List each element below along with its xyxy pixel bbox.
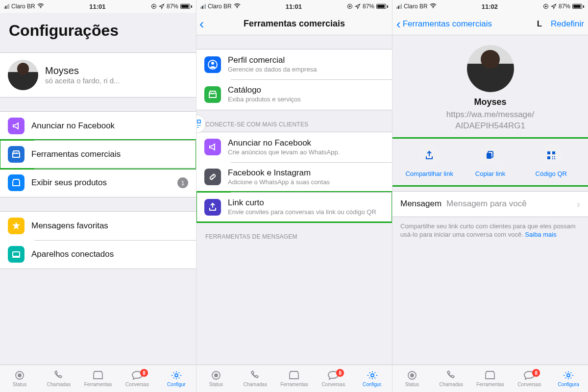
- svg-point-5: [18, 374, 21, 377]
- row-perfil-comercial[interactable]: Perfil comercial Gerencie os dados da em…: [196, 49, 392, 79]
- svg-point-21: [433, 7, 434, 8]
- tab-conversas[interactable]: 8Conversas: [314, 370, 353, 387]
- tab-label: Configur.: [363, 382, 382, 387]
- battery-icon: [572, 4, 584, 9]
- row-favoritas[interactable]: Mensagens favoritas: [0, 212, 196, 240]
- tab-chamadas[interactable]: Chamadas: [432, 370, 471, 387]
- tab-chamadas[interactable]: Chamadas: [236, 370, 275, 387]
- svg-rect-32: [554, 158, 555, 159]
- tab-label: Ferramentas: [280, 382, 308, 387]
- storefront-outline-icon: [8, 174, 24, 191]
- row-sub: Crie anúncios que levam ao WhatsApp.: [228, 148, 384, 156]
- svg-point-17: [211, 62, 214, 65]
- tab-label: Status: [13, 382, 26, 387]
- row-exibir-produtos[interactable]: Exibir seus produtos 1: [0, 169, 196, 197]
- row-facebook-instagram[interactable]: Facebook e Instagram Adicione o WhatsApp…: [196, 162, 392, 192]
- row-link-curto[interactable]: Link curto Envie convites para conversas…: [196, 192, 392, 222]
- qr-icon: [539, 144, 563, 167]
- carrier-label: Claro BR: [208, 3, 232, 10]
- tab-ferramentas[interactable]: Ferramentas: [471, 370, 510, 387]
- tabbar: Status Chamadas Ferramentas 8Conversas C…: [392, 365, 588, 392]
- reset-button[interactable]: Redefinir: [551, 13, 584, 35]
- tab-chamadas[interactable]: Chamadas: [39, 370, 78, 387]
- badge: 8: [336, 369, 344, 377]
- row-sub: Adicione o WhatsApp à suas contas: [228, 178, 384, 186]
- row-sub: Exiba produtos e serviços: [228, 96, 384, 103]
- person-circle-icon: [204, 56, 221, 73]
- row-aparelhos[interactable]: Aparelhos conectados: [0, 240, 196, 269]
- time-label: 11:02: [482, 3, 498, 10]
- svg-rect-27: [552, 151, 555, 154]
- orientation-lock-icon: [347, 3, 353, 9]
- wifi-icon: [234, 3, 241, 10]
- panel-settings: Claro BR 11:01 87% Configurações Moyses …: [0, 0, 196, 392]
- battery-pct-label: 87%: [363, 3, 374, 10]
- profile-name: Moyses: [45, 65, 188, 76]
- copy-link-button[interactable]: Copiar link: [460, 144, 520, 177]
- svg-point-19: [215, 374, 218, 377]
- tab-status[interactable]: Status: [392, 370, 432, 387]
- share-link-button[interactable]: Compartilhar link: [399, 144, 459, 177]
- tab-ferramentas[interactable]: Ferramentas: [275, 370, 314, 387]
- row-label: Anunciar no Facebook: [31, 121, 188, 131]
- svg-point-34: [411, 374, 414, 377]
- tab-conversas[interactable]: 8Conversas: [510, 370, 549, 387]
- tab-status[interactable]: Status: [196, 370, 236, 387]
- back-label: Ferramentas comerciais: [403, 19, 492, 29]
- location-icon: [551, 3, 557, 9]
- tab-label: Status: [405, 382, 419, 387]
- signal-icon: [396, 4, 402, 9]
- tab-config[interactable]: Configur: [157, 370, 196, 387]
- tab-config[interactable]: Configura: [549, 370, 588, 387]
- row-anunciar-facebook[interactable]: Anunciar no Facebook Crie anúncios que l…: [196, 132, 392, 162]
- row-title: Link curto: [228, 198, 384, 208]
- svg-rect-11: [199, 125, 200, 126]
- learn-more-link[interactable]: Saiba mais: [525, 231, 556, 238]
- row-ferramentas-comerciais[interactable]: Ferramentas comerciais: [0, 140, 196, 169]
- back-button[interactable]: ‹: [199, 13, 204, 35]
- link-area: Moyses https://wa.me/message/ AIDAEPIH54…: [392, 35, 588, 140]
- row-anunciar-facebook[interactable]: Anunciar no Facebook: [0, 112, 196, 140]
- wifi-icon: [37, 3, 44, 10]
- storefront-icon: [204, 86, 221, 103]
- tab-config[interactable]: Configur.: [353, 370, 392, 387]
- message-placeholder: Mensagem para você: [446, 199, 572, 209]
- message-row[interactable]: Mensagem Mensagem para você ›: [392, 191, 588, 217]
- profile-row[interactable]: Moyses só aceita o fardo, ri d...: [0, 53, 196, 97]
- back-button[interactable]: ‹Ferramentas comerciais: [396, 18, 492, 30]
- tab-label: Conversas: [517, 382, 541, 387]
- footer-text: Compartilhe seu link curto com clientes …: [392, 217, 588, 244]
- message-label: Mensagem: [400, 199, 441, 209]
- tab-ferramentas[interactable]: Ferramentas: [78, 370, 118, 387]
- row-label: Mensagens favoritas: [31, 221, 188, 231]
- svg-rect-29: [552, 156, 553, 157]
- qr-code-button[interactable]: Código QR: [521, 144, 581, 177]
- share-icon: [417, 144, 441, 167]
- svg-point-6: [175, 374, 178, 377]
- copy-icon: [478, 144, 502, 167]
- tab-conversas[interactable]: 8Conversas: [118, 370, 157, 387]
- tab-label: Configur: [167, 382, 186, 387]
- tab-label: Chamadas: [47, 382, 71, 387]
- panel-short-link: Claro BR 11:02 87% ‹Ferramentas comercia…: [392, 0, 588, 392]
- row-sub: Gerencie os dados da empresa: [228, 66, 384, 74]
- tab-status[interactable]: Status: [0, 370, 39, 387]
- action-label: Compartilhar link: [405, 170, 453, 177]
- nav-header: ‹ Ferramentas comerciais: [196, 13, 392, 35]
- badge: 1: [177, 177, 188, 188]
- battery-icon: [376, 4, 388, 9]
- link-url: https://wa.me/message/ AIDAEPIH544RG1: [400, 109, 580, 132]
- avatar: [8, 60, 38, 90]
- tab-label: Chamadas: [244, 382, 267, 387]
- statusbar: Claro BR 11:01 87%: [196, 0, 392, 13]
- settings-group-2: Mensagens favoritas Aparelhos conectados: [0, 211, 196, 269]
- orientation-lock-icon: [151, 3, 157, 9]
- link-name: Moyses: [400, 97, 580, 107]
- svg-rect-12: [197, 127, 198, 128]
- svg-point-13: [237, 7, 238, 8]
- row-catalogo[interactable]: Catálogo Exiba produtos e serviços: [196, 79, 392, 109]
- avatar: [467, 45, 514, 92]
- tab-label: Status: [209, 382, 223, 387]
- action-label: Código QR: [536, 170, 567, 177]
- svg-rect-31: [552, 158, 553, 159]
